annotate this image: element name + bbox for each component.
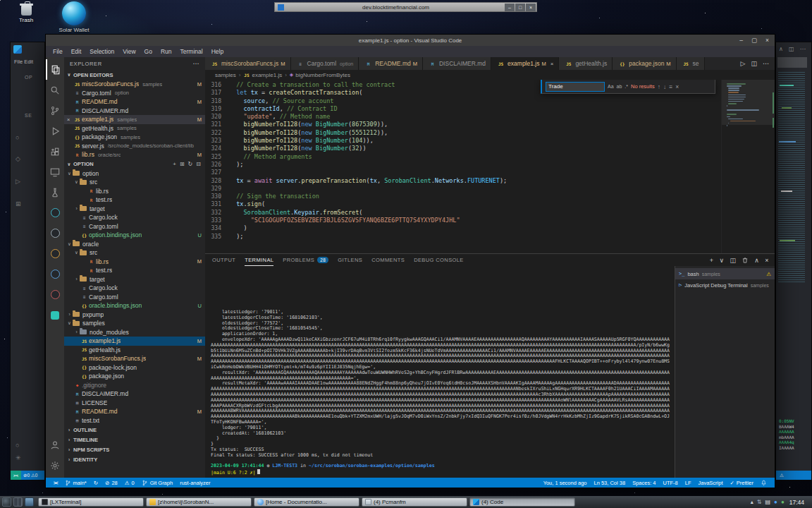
account-icon[interactable] bbox=[46, 435, 64, 455]
menu-selection[interactable]: Selection bbox=[85, 48, 118, 55]
explorer-item-README.md[interactable]: MREADME.mdM bbox=[64, 407, 205, 416]
new-file-icon[interactable]: + bbox=[173, 161, 176, 167]
terminal-dropdown-icon[interactable]: ∨ bbox=[719, 257, 724, 264]
status-sync[interactable]: ↻ bbox=[90, 480, 102, 486]
code-area[interactable]: 316 // Create a transaction to call the … bbox=[205, 80, 721, 253]
extensions-icon[interactable] bbox=[46, 141, 64, 162]
taskbar-button--Home-Documentatio-[interactable]: [Home - Documentatio... bbox=[254, 497, 359, 507]
menu-terminal[interactable]: Terminal bbox=[176, 48, 207, 55]
panel-tab-problems[interactable]: PROBLEMS28 bbox=[283, 254, 328, 266]
background-vscode-window-right[interactable]: ∧ ◫ ⋯ 0:05NVBAAAW4AAAAAAmbAAAAAAAA4qIAAA… bbox=[775, 42, 812, 480]
explorer-item-Cargo.lock[interactable]: ≡Cargo.lock bbox=[64, 213, 205, 222]
open-editor-lib.rs[interactable]: Rlib.rsoracle/srcM bbox=[64, 150, 205, 159]
split-editor-icon[interactable]: ◫ bbox=[751, 60, 757, 67]
open-editor-example1.js[interactable]: ×JSexample1.jssamplesM bbox=[64, 115, 205, 124]
source-control-icon[interactable] bbox=[46, 100, 64, 121]
open-editor-miscSorobanFuncs.js[interactable]: JSmiscSorobanFuncs.jssamplesM bbox=[64, 80, 205, 89]
menu-edit[interactable]: Edit bbox=[67, 48, 86, 55]
explorer-item-src[interactable]: ∨src bbox=[64, 248, 205, 258]
explorer-item-getHealth.js[interactable]: JSgetHealth.js bbox=[64, 346, 205, 355]
find-previous-icon[interactable]: ↑ bbox=[658, 83, 660, 90]
find-in-selection-icon[interactable]: ≡ bbox=[669, 83, 672, 90]
tray-status-green-icon[interactable]: ● bbox=[781, 497, 785, 507]
explorer-item-Cargo.lock[interactable]: ≡Cargo.lock bbox=[64, 284, 205, 293]
ext-blue-icon[interactable] bbox=[46, 264, 64, 284]
taskbar-button--4-Code[interactable]: (4) Code bbox=[469, 497, 575, 507]
status-rust-analyzer[interactable]: rust-analyzer bbox=[176, 480, 214, 486]
desktop-icon-trash[interactable]: Trash bbox=[6, 3, 47, 23]
tab-se[interactable]: JSse bbox=[677, 57, 705, 70]
browser-close-button[interactable]: × bbox=[526, 4, 536, 11]
status-remote[interactable]: >< bbox=[50, 480, 61, 485]
titlebar[interactable]: example1.js - option - Visual Studio Cod… bbox=[46, 35, 775, 46]
workspace-section-header[interactable]: ∨ OPTION +⊞↻⊟ bbox=[64, 159, 205, 169]
status-javascript[interactable]: JavaScript bbox=[695, 480, 727, 486]
background-browser-titlebar[interactable]: dev.blocktimefinancial.com – □ × bbox=[274, 2, 537, 12]
breadcrumb-item-example1.js[interactable]: JSexample1.js bbox=[243, 72, 282, 78]
tab-README.md[interactable]: MREADME.mdM bbox=[359, 57, 423, 70]
breadcrumb-item-bigNumberFromBytes[interactable]: ◈bigNumberFromBytes bbox=[290, 72, 350, 78]
collapse-all-icon[interactable]: ⊟ bbox=[196, 161, 201, 167]
search-icon[interactable] bbox=[46, 80, 64, 100]
minimize-button[interactable]: – bbox=[739, 37, 743, 44]
minimap[interactable] bbox=[721, 80, 775, 253]
explorer-item-oracle[interactable]: ∨oracle bbox=[64, 240, 205, 249]
regex-toggle[interactable]: .* bbox=[625, 84, 628, 89]
tab-getHealth.js[interactable]: JSgetHealth.js bbox=[559, 57, 613, 70]
panel-tab-comments[interactable]: COMMENTS bbox=[371, 254, 405, 266]
tray-app-blue-icon[interactable]: ● bbox=[774, 497, 777, 507]
panel-tab-gitlens[interactable]: GITLENS bbox=[338, 254, 362, 266]
tab-Cargo.toml[interactable]: ≡Cargo.tomloption bbox=[291, 57, 359, 70]
section-outline[interactable]: ›OUTLINE bbox=[64, 425, 205, 435]
open-editors-header[interactable]: ∨ OPEN EDITORS bbox=[64, 70, 205, 80]
maximize-panel-icon[interactable]: ∧ bbox=[754, 257, 759, 264]
section-timeline[interactable]: ›TIMELINE bbox=[64, 435, 205, 445]
open-editor-package.json[interactable]: {}package.jsonsamples bbox=[64, 133, 205, 142]
testing-icon[interactable] bbox=[46, 182, 64, 202]
tray-clipboard-icon[interactable]: ▤ bbox=[765, 497, 770, 507]
refresh-icon[interactable]: ↻ bbox=[188, 161, 193, 167]
close-tab-icon[interactable]: × bbox=[550, 61, 554, 67]
browser-maximize-button[interactable]: □ bbox=[515, 4, 525, 11]
status-spaces-4[interactable]: Spaces: 4 bbox=[629, 480, 659, 486]
menu-file[interactable]: File bbox=[49, 48, 67, 55]
explorer-item-test.rs[interactable]: Rtest.rs bbox=[64, 266, 205, 275]
explorer-item-test.rs[interactable]: Rtest.rs bbox=[64, 195, 205, 205]
open-editor-getHealth.js[interactable]: JSgetHealth.jssamples bbox=[64, 124, 205, 133]
status-git-graph[interactable]: Git Graph bbox=[138, 480, 177, 486]
close-editor-icon[interactable]: × bbox=[64, 116, 73, 123]
tab-DISCLAIMER.md[interactable]: MDISCLAIMER.md bbox=[423, 57, 491, 70]
show-desktop-icon[interactable] bbox=[25, 497, 34, 507]
explorer-item-oracle.bindings.json[interactable]: {}oracle.bindings.jsonU bbox=[64, 301, 205, 310]
explorer-item-target[interactable]: ›target bbox=[64, 275, 205, 284]
panel-tab-output[interactable]: OUTPUT bbox=[212, 254, 235, 266]
tray-network-icon[interactable]: ⇅ bbox=[757, 497, 762, 507]
tray-volume-icon[interactable]: ▴ bbox=[751, 497, 753, 507]
breadcrumb-item-samples[interactable]: samples bbox=[215, 72, 236, 78]
explorer-item-lib.rs[interactable]: Rlib.rsM bbox=[64, 258, 205, 267]
editor[interactable]: 316 // Create a transaction to call the … bbox=[205, 80, 775, 253]
docker-icon[interactable] bbox=[46, 202, 64, 223]
background-vscode-window-left[interactable]: File Edit OP SE ○ ◇ ▷ ⊞ ○ ✳ >< ⊘0 ⚠0 bbox=[10, 42, 45, 480]
explorer-item-node_modules[interactable]: ›node_modules bbox=[64, 328, 205, 337]
status-bell[interactable] bbox=[757, 480, 770, 486]
status-lf[interactable]: LF bbox=[682, 480, 695, 486]
explorer-item-src[interactable]: ∨src bbox=[64, 178, 205, 187]
explorer-item-miscSorobanFuncs.js[interactable]: JSmiscSorobanFuncs.jsM bbox=[64, 354, 205, 363]
stellar-icon[interactable] bbox=[46, 305, 64, 325]
explorer-icon[interactable] bbox=[46, 59, 64, 80]
taskbar-button--4-Pcmanfm[interactable]: (4) Pcmanfm bbox=[362, 497, 467, 507]
settings-icon[interactable] bbox=[46, 455, 64, 476]
section-npm-scripts[interactable]: ›NPM SCRIPTS bbox=[64, 445, 205, 454]
status-you-1-second-ago[interactable]: You, 1 second ago bbox=[540, 480, 591, 486]
open-editor-Cargo.toml[interactable]: ≡Cargo.tomloption bbox=[64, 89, 205, 98]
background-minimap-slider[interactable] bbox=[777, 57, 807, 68]
status-28[interactable]: ⊘28 bbox=[102, 480, 121, 486]
run-icon[interactable]: ▷ bbox=[741, 60, 746, 67]
explorer-item-package-lock.json[interactable]: {}package-lock.json bbox=[64, 363, 205, 373]
explorer-item-Cargo.toml[interactable]: ≡Cargo.toml bbox=[64, 293, 205, 302]
taskbar-button--LXTerminal-[interactable]: [LXTerminal] bbox=[38, 497, 144, 507]
panel-tab-debug-console[interactable]: DEBUG CONSOLE bbox=[414, 254, 464, 266]
explorer-item-test.txt[interactable]: ▤test.txt bbox=[64, 416, 205, 425]
new-folder-icon[interactable]: ⊞ bbox=[180, 161, 185, 167]
